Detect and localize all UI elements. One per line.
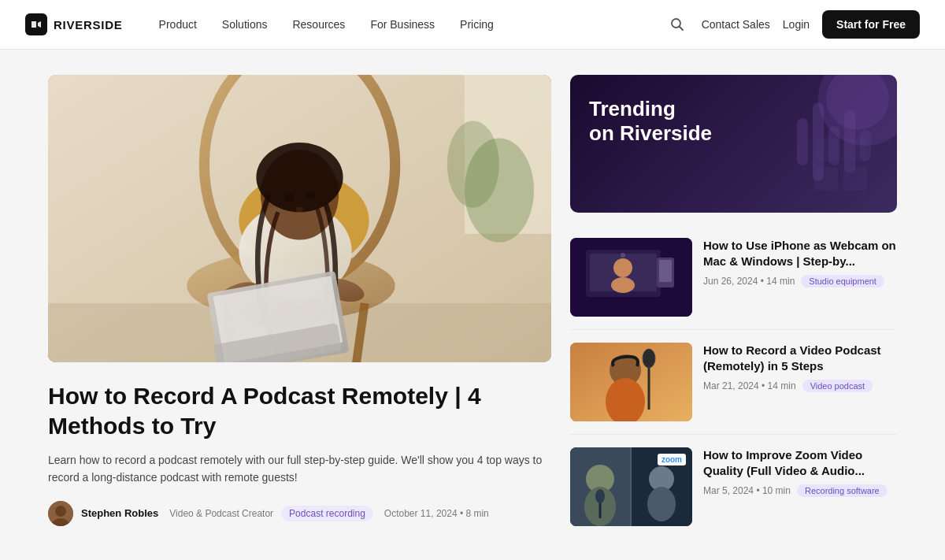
trending-item-1-date: Jun 26, 2024 • 14 min bbox=[703, 276, 795, 287]
nav-item-solutions[interactable]: Solutions bbox=[211, 12, 279, 37]
svg-point-23 bbox=[296, 207, 303, 213]
trending-item-1-tag[interactable]: Studio equipment bbox=[801, 275, 884, 287]
trending-thumb-2 bbox=[570, 343, 692, 421]
svg-point-55 bbox=[595, 489, 605, 503]
author-avatar bbox=[48, 501, 73, 526]
svg-rect-42 bbox=[659, 260, 672, 282]
svg-point-21 bbox=[284, 193, 295, 202]
search-button[interactable] bbox=[665, 13, 689, 36]
trending-item-3-meta: Mar 5, 2024 • 10 min Recording software bbox=[703, 484, 897, 497]
nav-links: Product Solutions Resources For Business… bbox=[148, 12, 665, 37]
hero-meta: Stephen Robles Video & Podcast Creator P… bbox=[48, 501, 551, 526]
nav-item-product[interactable]: Product bbox=[148, 12, 208, 37]
trending-section: Trendingon Riverside bbox=[570, 75, 897, 539]
author-name: Stephen Robles bbox=[81, 507, 158, 519]
author-role: Video & Podcast Creator bbox=[169, 508, 273, 519]
hero-title: How to Record A Podcast Remotely | 4 Met… bbox=[48, 381, 551, 440]
trending-item-2-date: Mar 21, 2024 • 14 min bbox=[703, 380, 796, 391]
svg-point-43 bbox=[621, 253, 625, 258]
trending-banner[interactable]: Trendingon Riverside bbox=[570, 75, 897, 213]
svg-rect-27 bbox=[797, 118, 808, 165]
navbar: RIVERSIDE Product Solutions Resources Fo… bbox=[0, 0, 945, 50]
start-for-free-button[interactable]: Start for Free bbox=[822, 10, 920, 39]
trending-item-2-tag[interactable]: Video podcast bbox=[802, 380, 873, 392]
svg-point-25 bbox=[55, 506, 66, 517]
trending-item[interactable]: zoom How to Improve Zoom Video Quality (… bbox=[570, 435, 897, 539]
trending-thumb-1 bbox=[570, 238, 692, 317]
login-link[interactable]: Login bbox=[783, 18, 810, 31]
hero-image[interactable] bbox=[48, 75, 551, 362]
contact-sales-link[interactable]: Contact Sales bbox=[702, 18, 770, 31]
nav-item-for-business[interactable]: For Business bbox=[359, 12, 446, 37]
svg-point-40 bbox=[611, 277, 635, 293]
nav-right: Contact Sales Login Start for Free bbox=[665, 10, 920, 39]
trending-item-1-meta: Jun 26, 2024 • 14 min Studio equipment bbox=[703, 275, 897, 287]
trending-item-3-text: How to Improve Zoom Video Quality (Full … bbox=[703, 447, 897, 497]
trending-item-3-title: How to Improve Zoom Video Quality (Full … bbox=[703, 447, 897, 478]
trending-item-2-title: How to Record a Video Podcast (Remotely)… bbox=[703, 343, 897, 373]
hero-description: Learn how to record a podcast remotely w… bbox=[48, 451, 551, 487]
trending-list: How to Use iPhone as Webcam on Mac & Win… bbox=[570, 225, 897, 539]
trending-title: Trendingon Riverside bbox=[589, 97, 712, 146]
nav-item-resources[interactable]: Resources bbox=[281, 12, 356, 37]
nav-item-pricing[interactable]: Pricing bbox=[449, 12, 505, 37]
logo-text: RIVERSIDE bbox=[54, 18, 123, 32]
trending-thumb-3: zoom bbox=[570, 447, 692, 526]
trending-item-1-text: How to Use iPhone as Webcam on Mac & Win… bbox=[703, 238, 897, 287]
hero-text-block: How to Record A Podcast Remotely | 4 Met… bbox=[48, 362, 551, 539]
article-date: October 11, 2024 • 8 min bbox=[384, 508, 489, 519]
logo-icon bbox=[25, 13, 47, 35]
trending-item-2-meta: Mar 21, 2024 • 14 min Video podcast bbox=[703, 380, 897, 392]
trending-item-3-date: Mar 5, 2024 • 10 min bbox=[703, 485, 791, 496]
svg-point-6 bbox=[447, 121, 499, 208]
article-tag[interactable]: Podcast recording bbox=[281, 506, 373, 521]
svg-point-22 bbox=[305, 191, 315, 200]
main-content: How to Record A Podcast Remotely | 4 Met… bbox=[35, 50, 910, 560]
trending-item-3-tag[interactable]: Recording software bbox=[797, 484, 888, 497]
logo-link[interactable]: RIVERSIDE bbox=[25, 13, 123, 35]
zoom-badge: zoom bbox=[658, 454, 686, 465]
svg-rect-34 bbox=[814, 167, 838, 191]
svg-point-49 bbox=[643, 349, 655, 368]
svg-rect-35 bbox=[843, 167, 867, 191]
trending-item-1-title: How to Use iPhone as Webcam on Mac & Win… bbox=[703, 238, 897, 269]
svg-point-39 bbox=[613, 258, 632, 277]
svg-line-1 bbox=[679, 27, 683, 31]
trending-item-2-text: How to Record a Video Podcast (Remotely)… bbox=[703, 343, 897, 392]
trending-item[interactable]: How to Use iPhone as Webcam on Mac & Win… bbox=[570, 225, 897, 330]
svg-point-17 bbox=[256, 143, 343, 212]
hero-article: How to Record A Podcast Remotely | 4 Met… bbox=[48, 75, 551, 539]
svg-rect-32 bbox=[814, 138, 838, 161]
svg-point-58 bbox=[647, 487, 676, 521]
trending-item[interactable]: How to Record a Video Podcast (Remotely)… bbox=[570, 330, 897, 435]
